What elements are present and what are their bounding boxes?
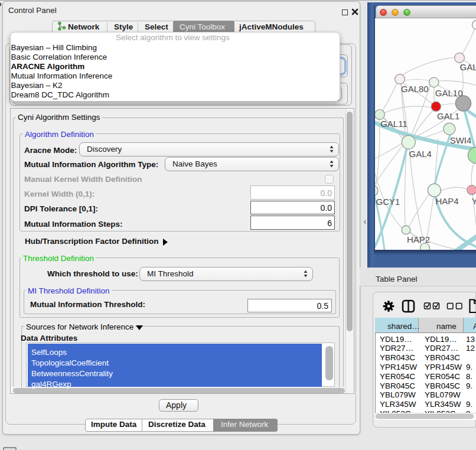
svg-text:SWI4: SWI4 [450, 135, 472, 145]
svg-text:GAL11: GAL11 [380, 119, 407, 129]
svg-text:HAP4: HAP4 [435, 196, 458, 206]
svg-text:GAL80: GAL80 [401, 84, 429, 94]
svg-text:GAL4: GAL4 [409, 149, 432, 159]
svg-text:YM: YM [472, 196, 476, 206]
svg-text:GAL2: GAL2 [460, 62, 476, 72]
svg-text:GCY1: GCY1 [376, 197, 400, 207]
svg-text:HAP2: HAP2 [407, 234, 430, 244]
svg-text:GAL10: GAL10 [435, 88, 463, 98]
svg-text:GAL1: GAL1 [437, 111, 459, 121]
